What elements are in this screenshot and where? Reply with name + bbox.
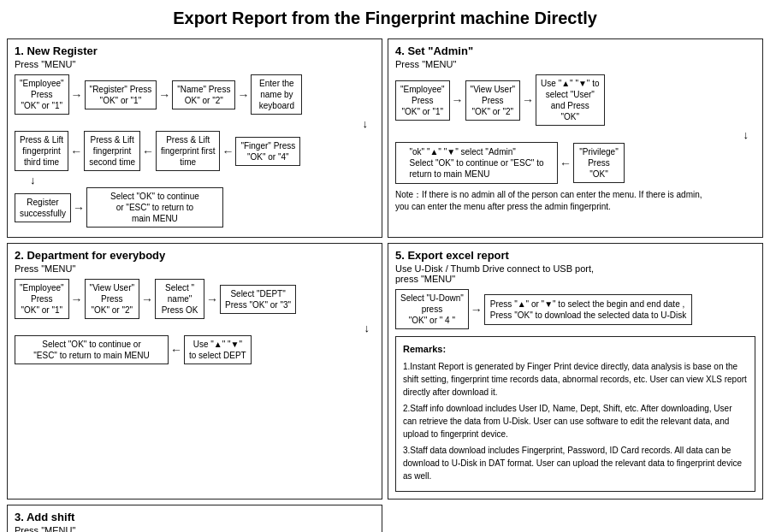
arrow-down1: ↓ — [363, 117, 369, 130]
s1-box-continue: Select "OK" to continueor "ESC" to retur… — [86, 187, 223, 228]
s4-box-admin: "ok" "▲" "▼" select "Admin"Select "OK" t… — [395, 142, 558, 184]
s2-box-selectname: Select "name"Press OK — [155, 279, 204, 319]
s4-box-privilege: "Privilege"Press"OK" — [573, 143, 625, 183]
section-set-admin: 4. Set "Admin" Press "MENU" "Employee"Pr… — [388, 38, 763, 238]
s1-box-registered: Registersuccessfully — [15, 193, 71, 222]
s2-box-employee: "Employee"Press"OK" or "1" — [15, 279, 69, 319]
s1-box-lift3: Press & Liftfingerprintthird time — [15, 131, 68, 171]
s2-arrow-down: ↓ — [364, 322, 370, 334]
s5-box-select-date: Press "▲" or "▼" to select the begin and… — [484, 294, 692, 325]
s2-box-continue: Select "OK" to continue or"ESC" to retur… — [15, 335, 169, 364]
arrow5: ← — [142, 145, 154, 158]
s4-box-viewuser: "View User"Press"OK" or "2" — [465, 80, 521, 121]
section1-subtitle: Press "MENU" — [15, 59, 375, 69]
remark-1: 1.Instant Report is generated by Finger … — [403, 360, 748, 399]
s2-arrow1: → — [71, 293, 83, 306]
s1-box-register: "Register" Press"OK" or "1" — [85, 80, 157, 109]
s2-arrow3: → — [206, 293, 218, 306]
section1-title: 1. New Register — [15, 44, 375, 57]
arrow1: → — [71, 88, 83, 102]
section2-subtitle: Press "MENU" — [15, 263, 375, 274]
section3-title: 3. Add shift — [15, 511, 375, 523]
s4-arrow1: → — [452, 93, 464, 107]
arrow2: → — [158, 88, 170, 102]
section4-subtitle: Press "MENU" — [395, 59, 755, 69]
s5-arrow1: → — [471, 303, 483, 316]
s2-box-select-dept: Use "▲" "▼"to select DEPT — [184, 335, 252, 364]
s1-box-keyboard: Enter thename bykeyboard — [251, 74, 302, 115]
section5-title: 5. Export excel report — [395, 249, 755, 262]
s4-box-select-user: Use "▲" "▼" toselect "User"and Press"OK" — [536, 74, 604, 126]
s1-box-lift2: Press & Liftfingerprintsecond time — [84, 131, 140, 171]
s4-arrow-down: ↓ — [743, 128, 749, 141]
section2-title: 2. Department for everybody — [15, 249, 375, 262]
s4-arrow3: ← — [560, 157, 572, 170]
remarks-box: Remarks: 1.Instant Report is generated b… — [395, 336, 755, 492]
arrow4: ← — [70, 145, 82, 158]
section4-note: Note：If there is no admin all of the per… — [395, 189, 755, 213]
s5-box-udown: Select "U-Down"press"OK" or " 4 " — [395, 289, 469, 329]
s1-box-finger: "Finger" Press"OK" or "4" — [235, 137, 300, 166]
arrow7: → — [73, 201, 85, 215]
arrow6: ← — [222, 145, 234, 158]
s4-arrow2: → — [522, 93, 534, 107]
remark-3: 3.Staff data download includes Fingerpri… — [403, 444, 748, 482]
section-department: 2. Department for everybody Press "MENU"… — [7, 243, 382, 499]
section4-title: 4. Set "Admin" — [395, 44, 755, 57]
remark-2: 2.Staff info download includes User ID, … — [403, 402, 748, 440]
s2-box-dept: Select "DEPT"Press "OK" or "3" — [220, 285, 296, 314]
s1-box-employee: "Employee"Press"OK" or "1" — [15, 74, 69, 115]
section-export-excel: 5. Export excel report Use U-Disk / Thum… — [388, 243, 763, 499]
section-new-register: 1. New Register Press "MENU" "Employee"P… — [7, 38, 382, 238]
s2-box-viewuser: "View User"Press"OK" or "2" — [85, 279, 140, 319]
section-add-shift: 3. Add shift Press "MENU" Select "Device… — [7, 505, 382, 533]
remarks-title: Remarks: — [403, 342, 748, 357]
section5-subtitle: Use U-Disk / Thumb Drive connect to USB … — [395, 263, 755, 284]
s2-arrow4: ← — [170, 343, 182, 357]
page-title: Export Report from the Fingerprint machi… — [0, 0, 770, 35]
s1-box-name: "Name" PressOK" or "2" — [172, 80, 235, 109]
arrow-down2: ↓ — [30, 174, 36, 186]
arrow3: → — [237, 88, 249, 102]
s4-box-employee: "Employee"Press"OK" or "1" — [395, 80, 450, 121]
s2-arrow2: → — [141, 293, 153, 306]
s1-box-lift1: Press & Liftfingerprint firsttime — [156, 131, 220, 171]
section3-subtitle: Press "MENU" — [15, 525, 375, 533]
